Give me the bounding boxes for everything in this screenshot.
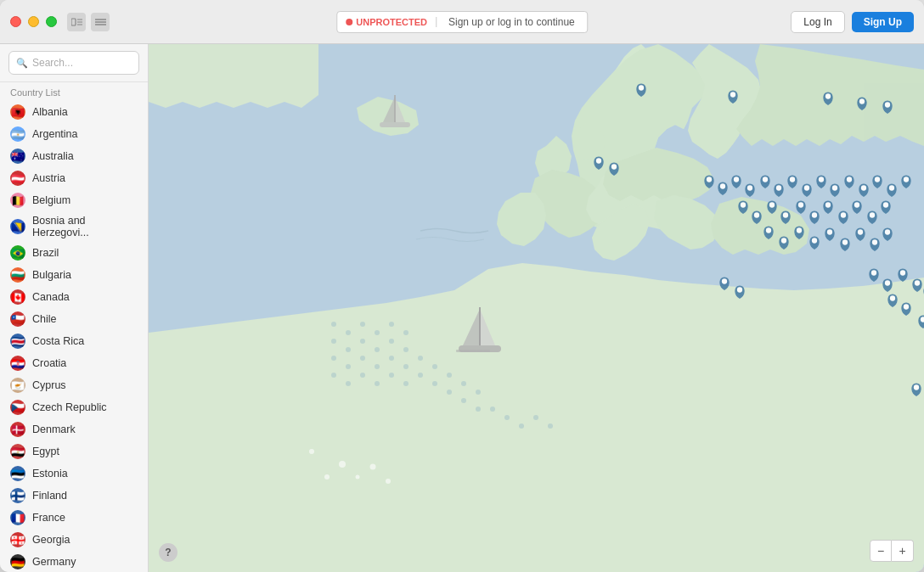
svg-rect-8 [380,122,410,127]
list-item[interactable]: 🇧🇦Bosnia and Herzegovi... [0,211,148,242]
country-flag: 🇩🇰 [10,422,25,437]
svg-point-95 [841,212,846,217]
country-name: Egypt [32,446,59,457]
list-item[interactable]: 🇫🇮Finland [0,485,148,507]
login-button[interactable]: Log In [791,11,844,33]
svg-point-77 [763,177,768,182]
zoom-in-button[interactable]: + [892,540,914,562]
svg-point-82 [832,185,837,190]
svg-point-45 [461,381,466,386]
country-flag: 🇧🇬 [10,267,25,283]
list-item[interactable]: 🇦🇹Austria [0,167,148,189]
svg-point-81 [819,177,824,182]
minimize-button[interactable] [28,16,39,27]
svg-point-30 [389,339,394,344]
svg-point-49 [331,373,336,378]
svg-point-27 [346,347,351,352]
country-name: France [32,512,65,524]
svg-point-26 [331,339,336,344]
svg-point-110 [737,287,742,292]
svg-point-37 [389,356,394,361]
titlebar: UNPROTECTED Sign up or log in to continu… [0,0,924,44]
list-item[interactable]: 🇨🇿Czech Republic [0,396,148,418]
svg-point-72 [611,164,617,169]
titlebar-actions: Log In Sign Up [791,11,914,33]
svg-point-52 [375,381,380,386]
country-name: Denmark [32,423,76,435]
svg-point-50 [346,381,351,386]
list-item[interactable]: 🇦🇷Argentina [0,123,148,145]
svg-point-53 [389,373,394,378]
help-button[interactable]: ? [159,543,177,562]
list-item[interactable]: 🇨🇱Chile [0,308,148,330]
list-item[interactable]: 🇪🇪Estonia [0,463,148,485]
search-container: 🔍 Search... [0,44,148,82]
map-svg [149,44,924,572]
list-item[interactable]: 🇧🇪Belgium [0,189,148,211]
list-item[interactable]: 🇦🇺Australia [0,145,148,167]
svg-point-69 [859,98,865,104]
list-item[interactable]: 🇧🇬Bulgaria [0,264,148,286]
list-item[interactable]: 🇨🇦Canada [0,286,148,308]
svg-point-54 [403,381,408,386]
list-item[interactable]: 🇨🇾Cyprus [0,374,148,396]
svg-point-86 [889,185,894,190]
svg-point-79 [790,177,795,182]
country-name: Canada [32,291,70,303]
country-flag: 🇨🇱 [10,311,25,327]
svg-point-51 [360,373,365,378]
country-name: Czech Republic [32,401,107,413]
svg-point-84 [861,185,866,190]
svg-point-68 [825,93,831,98]
svg-point-91 [783,212,788,217]
svg-point-62 [339,461,346,468]
titlebar-icon-group [67,13,110,31]
zoom-out-button[interactable]: − [870,540,892,562]
svg-point-88 [741,202,746,207]
sidebar-toggle-icon[interactable] [67,13,86,31]
list-item[interactable]: 🇩🇰Denmark [0,418,148,440]
list-item[interactable]: 🇫🇷France [0,507,148,529]
menu-icon[interactable] [91,13,110,31]
titlebar-center: UNPROTECTED Sign up or log in to continu… [336,11,588,33]
svg-point-102 [812,238,817,243]
svg-point-66 [639,85,644,90]
svg-point-63 [356,475,360,479]
sidebar: 🔍 Search... Country List 🇦🇱Albania🇦🇷Arge… [0,44,149,572]
list-item[interactable]: 🇨🇷Costa Rica [0,330,148,352]
svg-point-22 [346,330,351,335]
svg-point-28 [360,339,365,344]
svg-point-94 [825,202,831,207]
connection-status: UNPROTECTED [337,17,437,27]
list-item[interactable]: 🇦🇱Albania [0,101,148,123]
close-button[interactable] [10,16,21,27]
svg-point-85 [875,177,880,182]
maximize-button[interactable] [46,16,57,27]
country-name: Belgium [32,194,70,206]
svg-point-60 [309,449,314,454]
svg-point-67 [730,92,735,97]
signup-button[interactable]: Sign Up [852,12,914,32]
list-item[interactable]: 🇧🇷Brazil [0,242,148,264]
list-item[interactable]: 🇬🇪Georgia [0,529,148,551]
svg-point-39 [418,356,423,361]
country-flag: 🇦🇱 [10,104,25,120]
svg-point-21 [331,322,336,327]
svg-point-71 [596,158,601,163]
map-area: ? − + [149,44,924,572]
list-item[interactable]: 🇪🇬Egypt [0,440,148,463]
search-box[interactable]: 🔍 Search... [8,51,139,75]
svg-point-31 [403,330,408,335]
country-name: Bulgaria [32,269,71,281]
svg-point-103 [827,229,832,234]
svg-point-56 [504,415,510,420]
list-item[interactable]: 🇭🇷Croatia [0,352,148,374]
list-item[interactable]: 🇩🇪Germany [0,551,148,572]
country-flag: 🇫🇷 [10,510,25,525]
svg-point-73 [707,177,712,182]
svg-point-90 [769,202,775,207]
svg-point-74 [720,183,725,188]
svg-point-80 [804,185,809,190]
svg-point-57 [519,423,524,429]
main-content: 🔍 Search... Country List 🇦🇱Albania🇦🇷Arge… [0,44,924,572]
